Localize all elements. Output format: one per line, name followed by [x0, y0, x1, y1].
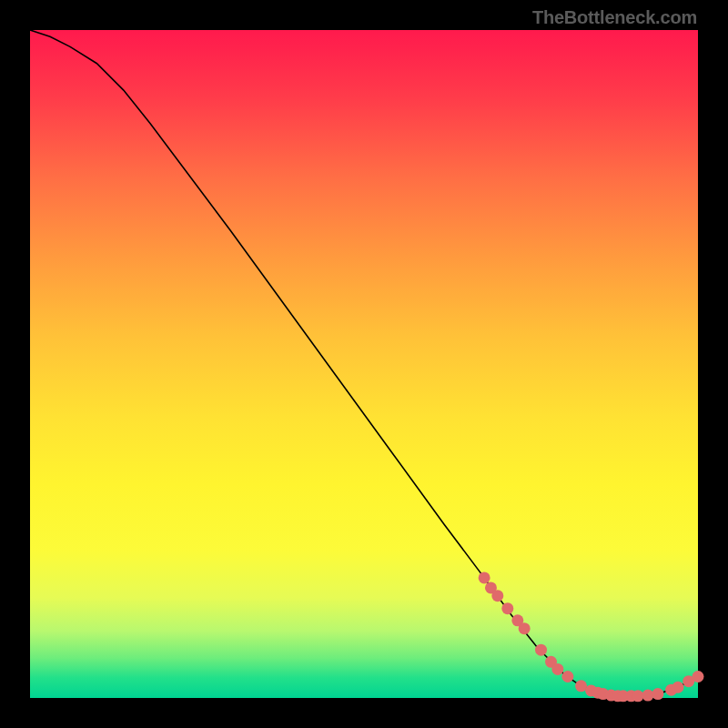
chart-stage: TheBottleneck.com — [0, 0, 728, 728]
data-point — [652, 688, 663, 700]
highlighted-dots — [479, 571, 704, 702]
data-point — [693, 671, 704, 682]
plot-area — [30, 30, 698, 698]
data-point — [642, 690, 653, 702]
data-point — [535, 644, 547, 656]
data-point — [501, 602, 513, 614]
bottleneck-curve — [30, 30, 698, 696]
data-point — [491, 590, 503, 602]
data-point — [479, 571, 490, 583]
watermark-text: TheBottleneck.com — [532, 7, 697, 28]
data-point — [561, 671, 573, 682]
data-point — [519, 622, 531, 634]
data-point — [672, 682, 683, 693]
chart-svg — [30, 30, 698, 698]
data-point — [551, 663, 563, 675]
data-point — [632, 690, 643, 702]
